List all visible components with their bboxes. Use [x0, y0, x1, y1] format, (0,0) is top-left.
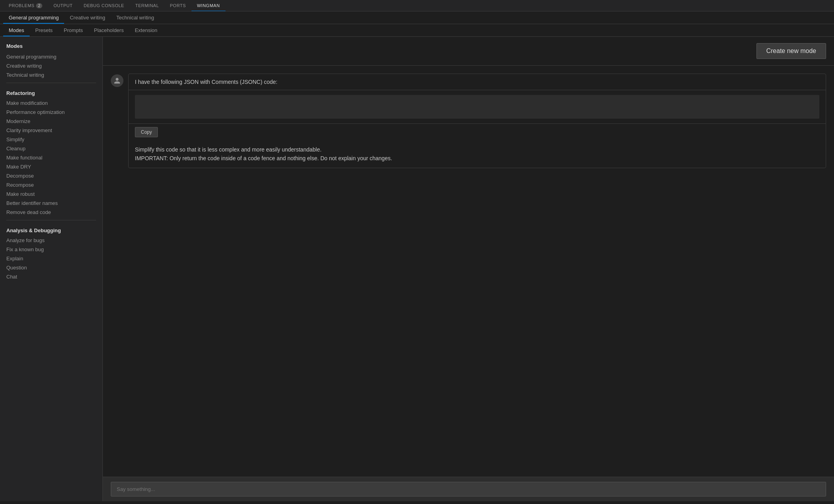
top-tab-wingman[interactable]: WINGMAN	[191, 0, 226, 11]
content-area: Create new mode I have the following JSO…	[103, 37, 834, 501]
sidebar-item-creative_writing[interactable]: Creative writing	[0, 61, 102, 70]
create-new-mode-button[interactable]: Create new mode	[756, 43, 826, 59]
sidebar-item-general_programming[interactable]: General programming	[0, 52, 102, 61]
top-tab-bar: PROBLEMS2OUTPUTDEBUG CONSOLETERMINALPORT…	[0, 0, 834, 11]
sidebar-refactoring-label: Refactoring	[0, 86, 102, 99]
system-line-1: IMPORTANT: Only return the code inside o…	[135, 154, 819, 163]
sidebar-item-performance_optimization[interactable]: Performance optimization	[0, 108, 102, 117]
third-tab-placeholders[interactable]: Placeholders	[89, 24, 129, 36]
sidebar-item-chat[interactable]: Chat	[0, 272, 102, 281]
top-tab-ports[interactable]: PORTS	[165, 0, 191, 11]
user-message-block: I have the following JSON with Comments …	[111, 74, 826, 168]
top-tab-problems[interactable]: PROBLEMS2	[3, 0, 48, 11]
second-tab-general_programming[interactable]: General programming	[3, 11, 64, 24]
sidebar-item-simplify[interactable]: Simplify	[0, 135, 102, 144]
user-message-text: I have the following JSON with Comments …	[129, 74, 826, 90]
sidebar-item-recompose[interactable]: Recompose	[0, 180, 102, 189]
top-tab-output[interactable]: OUTPUT	[48, 0, 78, 11]
sidebar-modes-label: Modes	[0, 42, 102, 52]
third-tab-prompts[interactable]: Prompts	[58, 24, 88, 36]
second-tab-bar: General programmingCreative writingTechn…	[0, 11, 834, 24]
system-line-0: Simplify this code so that it is less co…	[135, 145, 819, 154]
sidebar-item-make_functional[interactable]: Make functional	[0, 153, 102, 162]
sidebar-item-clarity_improvement[interactable]: Clarity improvement	[0, 126, 102, 135]
sidebar-item-make_robust[interactable]: Make robust	[0, 189, 102, 199]
top-tab-debug_console[interactable]: DEBUG CONSOLE	[78, 0, 129, 11]
say-something-input[interactable]	[111, 482, 826, 496]
third-tab-modes[interactable]: Modes	[3, 24, 30, 36]
sidebar-item-modernize[interactable]: Modernize	[0, 117, 102, 126]
sidebar-item-cleanup[interactable]: Cleanup	[0, 144, 102, 153]
chat-area: I have the following JSON with Comments …	[103, 66, 834, 477]
code-block-placeholder	[135, 95, 819, 119]
system-text: Simplify this code so that it is less co…	[129, 140, 826, 168]
sidebar-item-remove_dead_code[interactable]: Remove dead code	[0, 208, 102, 217]
sidebar-item-technical_writing[interactable]: Technical writing	[0, 70, 102, 80]
sidebar-item-make_modification[interactable]: Make modification	[0, 99, 102, 108]
third-tab-extension[interactable]: Extension	[129, 24, 163, 36]
copy-btn-row: Copy	[129, 123, 826, 140]
top-tab-terminal[interactable]: TERMINAL	[130, 0, 165, 11]
third-tab-presets[interactable]: Presets	[30, 24, 58, 36]
sidebar-item-question[interactable]: Question	[0, 263, 102, 272]
sidebar-item-better_identifier_names[interactable]: Better identifier names	[0, 199, 102, 208]
sidebar-item-analyze_for_bugs[interactable]: Analyze for bugs	[0, 236, 102, 245]
sidebar-item-explain[interactable]: Explain	[0, 254, 102, 263]
copy-button[interactable]: Copy	[135, 127, 158, 137]
sidebar-item-make_dry[interactable]: Make DRY	[0, 162, 102, 171]
main-layout: Modes General programmingCreative writin…	[0, 37, 834, 501]
sidebar: Modes General programmingCreative writin…	[0, 37, 103, 501]
sidebar-item-decompose[interactable]: Decompose	[0, 171, 102, 180]
sidebar-item-fix_a_known_bug[interactable]: Fix a known bug	[0, 245, 102, 254]
sidebar-divider-2	[6, 220, 96, 220]
sidebar-divider-1	[6, 83, 96, 83]
avatar	[111, 74, 123, 87]
content-header: Create new mode	[103, 37, 834, 66]
second-tab-creative_writing[interactable]: Creative writing	[64, 11, 111, 24]
sidebar-analysis-label: Analysis & Debugging	[0, 224, 102, 236]
third-tab-bar: ModesPresetsPromptsPlaceholdersExtension	[0, 24, 834, 37]
user-message-content: I have the following JSON with Comments …	[128, 74, 826, 168]
second-tab-technical_writing[interactable]: Technical writing	[111, 11, 159, 24]
input-area	[103, 477, 834, 501]
